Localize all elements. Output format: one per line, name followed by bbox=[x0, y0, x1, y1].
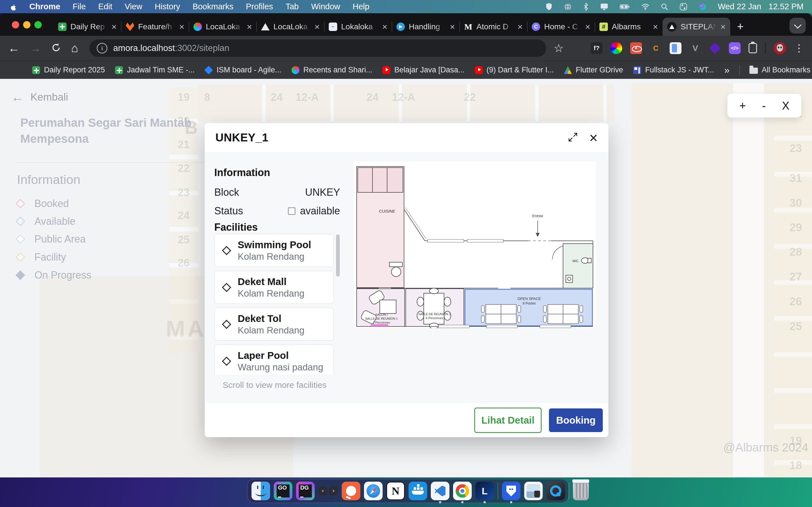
dock-trash-icon[interactable] bbox=[573, 482, 589, 500]
booking-button[interactable]: Booking bbox=[549, 408, 603, 432]
dock-screenshot-icon[interactable] bbox=[524, 482, 543, 500]
bookmark-figma-recents[interactable]: Recents and Shari... bbox=[292, 66, 372, 74]
battery-icon[interactable] bbox=[620, 3, 630, 10]
sidepanel-extension-icon[interactable] bbox=[670, 42, 681, 54]
siri-icon[interactable] bbox=[699, 3, 707, 11]
tab-close-icon[interactable]: × bbox=[314, 22, 320, 31]
profile-avatar[interactable] bbox=[774, 42, 786, 54]
tab-handling[interactable]: Handling × bbox=[392, 18, 460, 36]
menu-edit[interactable]: Edit bbox=[98, 2, 112, 11]
lihat-detail-button[interactable]: Lihat Detail bbox=[474, 407, 542, 433]
zoom-out-button[interactable]: - bbox=[762, 100, 766, 112]
menu-history[interactable]: History bbox=[155, 2, 180, 11]
dock-datagrip-icon[interactable]: DG bbox=[296, 482, 315, 500]
facilities-scrollbar[interactable] bbox=[336, 234, 340, 374]
bookmark-fullstack-js[interactable]: Fullstack JS - JWT... bbox=[633, 66, 714, 74]
menu-file[interactable]: File bbox=[73, 2, 86, 11]
new-tab-button[interactable]: + bbox=[737, 20, 744, 33]
dock-postman-icon[interactable] bbox=[342, 482, 360, 500]
tab-close-icon[interactable]: × bbox=[382, 22, 388, 31]
address-bar[interactable]: i amora.localhost:3002/siteplan bbox=[89, 40, 546, 57]
tab-close-icon[interactable]: × bbox=[653, 22, 658, 31]
dock-docker-icon[interactable] bbox=[409, 482, 427, 500]
dock-mini-app-icon[interactable] bbox=[318, 487, 327, 496]
back-button[interactable]: ← bbox=[8, 42, 20, 54]
react-devtools-extension-icon[interactable] bbox=[630, 42, 642, 54]
menu-window[interactable]: Window bbox=[311, 2, 340, 11]
tab-close-icon[interactable]: × bbox=[517, 22, 523, 31]
menu-clock[interactable]: Wed 22 Jan 12.52 PM bbox=[718, 2, 804, 11]
bookmarks-overflow-icon[interactable]: » bbox=[724, 64, 730, 75]
tab-atomic-design[interactable]: M Atomic D × bbox=[460, 18, 527, 36]
menu-profiles[interactable]: Profiles bbox=[246, 2, 273, 11]
facility-card[interactable]: Deket MallKolam Rendang bbox=[214, 271, 334, 304]
home-button[interactable]: ⌂ bbox=[71, 42, 78, 54]
site-info-icon[interactable]: i bbox=[97, 43, 107, 54]
tab-localoka-vercel[interactable]: LocaLoka × bbox=[257, 18, 324, 36]
code-extension-icon[interactable]: </> bbox=[729, 42, 741, 54]
zoom-in-button[interactable]: + bbox=[739, 100, 746, 112]
tab-localoka-figma[interactable]: LocaLoka × bbox=[189, 18, 257, 36]
dock-safari-icon[interactable] bbox=[364, 482, 383, 500]
bookmark-daily-report[interactable]: Daily Report 2025 bbox=[32, 66, 105, 74]
menu-tab[interactable]: Tab bbox=[286, 2, 299, 11]
spotlight-search-icon[interactable] bbox=[661, 3, 668, 10]
facility-card[interactable]: Laper PoolWarung nasi padang bbox=[214, 344, 334, 375]
tab-close-icon[interactable]: × bbox=[247, 22, 252, 31]
window-zoom-button[interactable] bbox=[35, 21, 42, 29]
bookmark-star-icon[interactable]: ☆ bbox=[553, 42, 564, 55]
tab-close-icon[interactable]: × bbox=[179, 22, 185, 31]
tab-home-c[interactable]: C Home - C × bbox=[527, 18, 595, 36]
menu-app-name[interactable]: Chrome bbox=[29, 2, 60, 11]
tab-close-icon[interactable]: × bbox=[720, 22, 726, 31]
diamond-extension-icon[interactable] bbox=[709, 42, 721, 54]
tab-close-icon[interactable]: × bbox=[111, 22, 117, 31]
bookmark-ism-board[interactable]: ISM board - Agile... bbox=[205, 66, 282, 74]
menu-help[interactable]: Help bbox=[353, 2, 370, 11]
status-checkbox[interactable] bbox=[288, 207, 296, 215]
scrollbar-thumb[interactable] bbox=[336, 234, 340, 277]
wifi-icon[interactable] bbox=[641, 3, 650, 10]
facilities-list[interactable]: Swimming PoolKolam Rendang Deket MallKol… bbox=[214, 234, 334, 375]
forward-button[interactable]: → bbox=[29, 42, 41, 54]
display-icon[interactable] bbox=[600, 3, 608, 11]
dock-goland-icon[interactable]: GO bbox=[274, 482, 292, 500]
window-close-button[interactable] bbox=[12, 21, 19, 29]
all-bookmarks-button[interactable]: All Bookmarks bbox=[749, 66, 811, 74]
reload-button[interactable] bbox=[51, 42, 61, 54]
dock-chrome-icon[interactable] bbox=[453, 482, 472, 500]
dock-vscode-icon[interactable] bbox=[431, 482, 449, 500]
dock-finder-icon[interactable] bbox=[252, 482, 270, 500]
back-link[interactable]: ← Kembali bbox=[11, 90, 68, 104]
tab-albarms[interactable]: # Albarms × bbox=[595, 18, 663, 36]
chrome-menu-icon[interactable]: ⋮ bbox=[794, 42, 804, 54]
facility-card[interactable]: Swimming PoolKolam Rendang bbox=[214, 234, 334, 267]
facility-card[interactable]: Deket TolKolam Rendang bbox=[214, 307, 334, 341]
menu-view[interactable]: View bbox=[124, 2, 142, 11]
dock-notion-icon[interactable]: N bbox=[386, 482, 405, 500]
colorpicker-extension-icon[interactable] bbox=[610, 42, 622, 54]
debugger-extension-icon[interactable]: C bbox=[650, 42, 662, 54]
close-icon[interactable]: × bbox=[589, 130, 598, 145]
tab-feature[interactable]: Feature/h × bbox=[121, 18, 189, 36]
dock-quicktime-icon[interactable] bbox=[546, 482, 565, 500]
menu-bookmarks[interactable]: Bookmarks bbox=[193, 2, 234, 11]
dock-mini-app-icon[interactable] bbox=[329, 487, 338, 496]
whatfont-extension-icon[interactable]: f? bbox=[591, 42, 603, 54]
window-minimize-button[interactable] bbox=[23, 21, 31, 29]
bookmark-flutter-gdrive[interactable]: Flutter GDrive bbox=[564, 66, 623, 74]
bookmark-jadwal[interactable]: Jadwal Tim SME -... bbox=[115, 66, 195, 74]
dock-loop-icon[interactable]: L bbox=[475, 482, 494, 500]
apple-logo-icon[interactable] bbox=[10, 3, 17, 11]
tab-siteplan-active[interactable]: SITEPLAN × bbox=[663, 18, 730, 36]
dock-bitwarden-icon[interactable] bbox=[502, 482, 520, 500]
control-center-icon[interactable] bbox=[679, 3, 688, 10]
bookmark-belajar-java[interactable]: Belajar Java [Dasa... bbox=[382, 66, 464, 74]
shield-icon[interactable] bbox=[545, 3, 553, 11]
globe-icon[interactable] bbox=[564, 3, 572, 11]
bluetooth-icon[interactable] bbox=[583, 3, 589, 11]
bookmark-dart-flutter[interactable]: (9) Dart & Flutter I... bbox=[475, 66, 554, 74]
clipboard-extension-icon[interactable] bbox=[749, 43, 757, 53]
tab-close-icon[interactable]: × bbox=[585, 22, 591, 31]
tab-daily-report[interactable]: Daily Rep × bbox=[54, 18, 121, 36]
